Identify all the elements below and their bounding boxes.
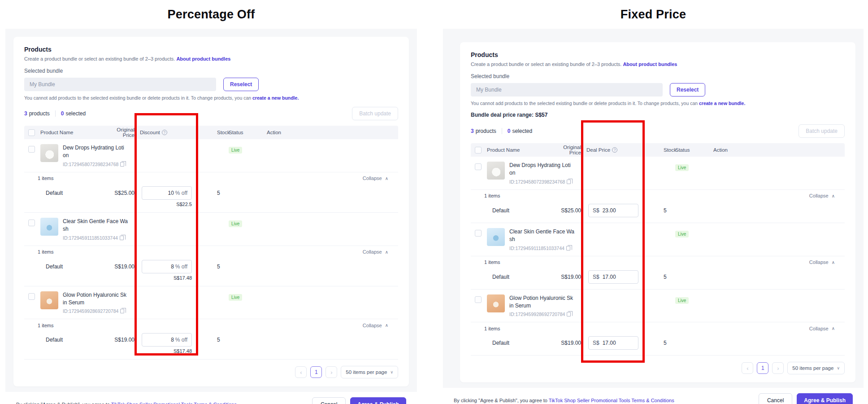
batch-update-button[interactable]: Batch update xyxy=(352,107,398,120)
footer-bar: By clicking "Agree & Publish", you agree… xyxy=(5,392,417,404)
product-checkbox[interactable] xyxy=(475,163,482,170)
stock-value: 5 xyxy=(644,204,675,217)
collapse-toggle[interactable]: Collapse ∧ xyxy=(809,193,835,198)
original-price: S$19.00 xyxy=(554,336,581,350)
product-name: Glow Potion Hyaluronic Sk in Serum xyxy=(63,291,126,307)
copy-icon[interactable] xyxy=(120,309,124,313)
selection-summary: 3 products 0 selected Batch update xyxy=(24,107,398,120)
variant-group-header: 1 items Collapse ∧ xyxy=(24,172,398,184)
collapse-toggle[interactable]: Collapse ∧ xyxy=(809,259,835,265)
original-price: S$19.00 xyxy=(554,270,581,284)
stock-value: 5 xyxy=(197,260,229,273)
product-id: ID:1729458072398234768 xyxy=(509,179,571,184)
items-per-page-select[interactable]: 50 items per page ∨ xyxy=(341,366,398,378)
reselect-button[interactable]: Reselect xyxy=(223,78,259,91)
pagination: ‹ 1 › 50 items per page ∨ xyxy=(24,366,398,378)
original-price: S$19.00 xyxy=(108,333,135,347)
batch-update-button[interactable]: Batch update xyxy=(799,124,845,138)
stock-value: 5 xyxy=(197,186,229,200)
col-stock: Stock xyxy=(197,130,229,135)
product-row: Dew Drops Hydrating Loti on ID:172945807… xyxy=(24,139,398,172)
collapse-toggle[interactable]: Collapse ∧ xyxy=(809,326,835,331)
about-product-bundles-link[interactable]: About product bundles xyxy=(176,56,230,61)
create-new-bundle-link[interactable]: create a new bundle. xyxy=(252,95,299,101)
status-badge: Live xyxy=(229,220,242,227)
product-row: Dew Drops Hydrating Loti on ID:172945807… xyxy=(471,157,845,189)
chevron-up-icon: ∧ xyxy=(385,323,388,328)
deal-price-input[interactable]: S$ 17.00 xyxy=(588,270,638,284)
variant-row: Default S$19.00 S$ 17.00 5 xyxy=(471,268,845,289)
product-id: ID:1729458072398234768 xyxy=(63,162,124,167)
col-product-name: Product Name xyxy=(487,147,554,153)
page-number[interactable]: 1 xyxy=(310,366,322,378)
agree-publish-button[interactable]: Agree & Publish xyxy=(797,393,853,404)
product-thumbnail xyxy=(487,294,505,312)
bundle-deal-price-range: Bundle deal price range: S$57 xyxy=(471,112,845,118)
variant-group-header: 1 items Collapse ∧ xyxy=(471,256,845,268)
agree-publish-button[interactable]: Agree & Publish xyxy=(350,397,406,404)
discount-input[interactable]: 8 % off xyxy=(142,260,192,273)
product-thumbnail xyxy=(40,144,58,162)
product-checkbox[interactable] xyxy=(28,220,35,226)
product-name: Glow Potion Hyaluronic Sk in Serum xyxy=(509,294,573,310)
variant-name: Default xyxy=(487,336,554,350)
terms-link[interactable]: TikTok Shop Seller Promotional Tools Ter… xyxy=(111,402,237,404)
discount-input[interactable]: 10 % off xyxy=(142,186,192,200)
col-stock: Stock xyxy=(644,147,675,153)
prev-page-button[interactable]: ‹ xyxy=(742,362,753,374)
next-page-button[interactable]: › xyxy=(772,362,784,374)
reselect-button[interactable]: Reselect xyxy=(670,83,705,97)
status-badge: Live xyxy=(675,297,689,304)
copy-icon[interactable] xyxy=(120,236,124,240)
bundle-name-input[interactable]: My Bundle xyxy=(471,83,663,97)
about-product-bundles-link[interactable]: About product bundles xyxy=(623,61,677,67)
pagination: ‹ 1 › 50 items per page ∨ xyxy=(471,362,845,374)
collapse-toggle[interactable]: Collapse ∧ xyxy=(363,176,388,181)
copy-icon[interactable] xyxy=(566,246,570,250)
select-all-checkbox[interactable] xyxy=(28,129,35,136)
help-icon[interactable]: ? xyxy=(612,147,617,153)
prev-page-button[interactable]: ‹ xyxy=(295,366,307,378)
variant-name: Default xyxy=(40,260,108,273)
selection-summary: 3 products 0 selected Batch update xyxy=(471,124,845,138)
deal-price-input[interactable]: S$ 23.00 xyxy=(588,204,638,217)
copy-icon[interactable] xyxy=(567,180,571,184)
copy-icon[interactable] xyxy=(120,162,124,167)
variant-group-header: 1 items Collapse ∧ xyxy=(471,322,845,334)
status-badge: Live xyxy=(229,147,242,154)
variant-row: Default S$25.00 S$ 23.00 5 xyxy=(471,202,845,223)
chevron-down-icon: ∨ xyxy=(837,366,840,370)
col-action: Action xyxy=(267,130,307,135)
copy-icon[interactable] xyxy=(567,312,571,316)
select-all-checkbox[interactable] xyxy=(475,147,482,154)
percentage-off-panel: Products Create a product bundle or sele… xyxy=(5,29,417,404)
cancel-button[interactable]: Cancel xyxy=(759,393,792,404)
product-checkbox[interactable] xyxy=(475,230,482,237)
deal-price-input[interactable]: S$ 17.00 xyxy=(588,336,638,350)
col-product-name: Product Name xyxy=(40,130,108,135)
chevron-up-icon: ∧ xyxy=(832,326,835,331)
stock-value: 5 xyxy=(197,333,229,347)
status-badge: Live xyxy=(675,164,689,171)
bundle-note: You cannot add products to the selected … xyxy=(471,101,845,106)
next-page-button[interactable]: › xyxy=(326,366,337,378)
footer-bar: By clicking "Agree & Publish", you agree… xyxy=(443,388,864,404)
create-new-bundle-link[interactable]: create a new bundle. xyxy=(699,101,745,106)
help-icon[interactable]: ? xyxy=(162,130,167,135)
collapse-toggle[interactable]: Collapse ∧ xyxy=(363,249,388,255)
page-number[interactable]: 1 xyxy=(757,362,768,374)
cancel-button[interactable]: Cancel xyxy=(312,397,346,404)
col-action: Action xyxy=(713,147,754,153)
discount-input[interactable]: 8 % off xyxy=(142,333,192,347)
items-per-page-select[interactable]: 50 items per page ∨ xyxy=(787,362,845,374)
stock-value: 5 xyxy=(644,270,675,284)
product-checkbox[interactable] xyxy=(28,146,35,153)
product-checkbox[interactable] xyxy=(28,293,35,300)
left-panel-title: Percentage Off xyxy=(5,8,417,22)
product-checkbox[interactable] xyxy=(475,296,482,303)
collapse-toggle[interactable]: Collapse ∧ xyxy=(363,323,388,328)
terms-link[interactable]: TikTok Shop Seller Promotional Tools Ter… xyxy=(549,398,674,403)
discounted-price: S$22.5 xyxy=(142,202,192,207)
bundle-name-input[interactable]: My Bundle xyxy=(24,78,216,91)
chevron-up-icon: ∧ xyxy=(832,260,835,265)
